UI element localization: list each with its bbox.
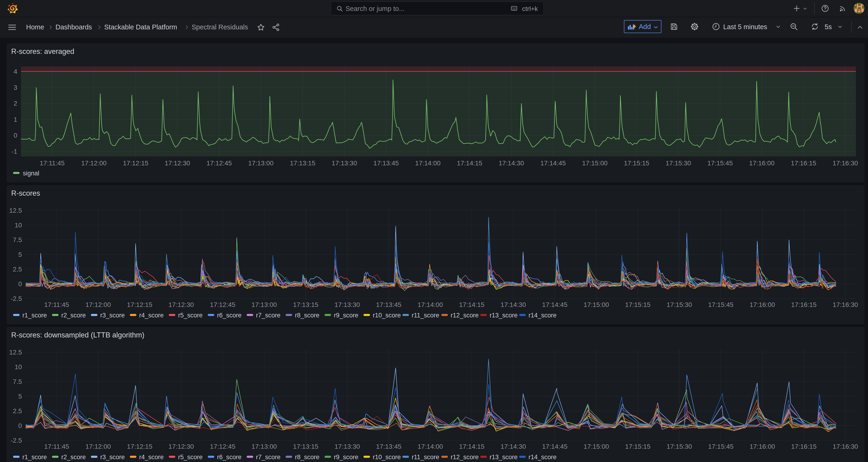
svg-text:17:12:45: 17:12:45 (206, 159, 232, 167)
svg-text:17:11:45: 17:11:45 (44, 301, 69, 308)
svg-text:17:12:00: 17:12:00 (86, 443, 111, 450)
svg-text:r10_score: r10_score (373, 312, 401, 319)
svg-text:r12_score: r12_score (451, 454, 479, 461)
svg-text:17:15:30: 17:15:30 (666, 301, 692, 308)
svg-text:17:13:00: 17:13:00 (248, 159, 274, 167)
svg-text:10: 10 (15, 363, 22, 371)
svg-text:r14_score: r14_score (529, 454, 557, 461)
svg-text:17:14:45: 17:14:45 (540, 159, 566, 167)
svg-text:r7_score: r7_score (256, 454, 280, 461)
svg-text:r3_score: r3_score (100, 454, 125, 461)
svg-text:17:14:00: 17:14:00 (417, 301, 443, 308)
svg-text:r9_score: r9_score (334, 454, 358, 461)
svg-text:17:14:15: 17:14:15 (459, 443, 485, 450)
svg-text:r1_score: r1_score (22, 312, 47, 319)
svg-text:17:15:45: 17:15:45 (707, 159, 733, 167)
svg-text:17:15:30: 17:15:30 (666, 443, 692, 450)
svg-text:17:14:00: 17:14:00 (415, 159, 441, 167)
svg-text:17:12:30: 17:12:30 (164, 159, 190, 167)
svg-text:r8_score: r8_score (295, 312, 319, 319)
svg-text:17:15:00: 17:15:00 (582, 159, 608, 167)
svg-text:r2_score: r2_score (61, 312, 86, 319)
svg-text:17:13:45: 17:13:45 (376, 443, 401, 450)
svg-text:r6_score: r6_score (217, 454, 242, 461)
svg-text:3: 3 (13, 84, 17, 91)
svg-text:signal: signal (23, 170, 39, 177)
svg-text:r5_score: r5_score (178, 454, 203, 461)
svg-text:17:16:15: 17:16:15 (791, 301, 816, 308)
svg-text:17:16:00: 17:16:00 (750, 443, 775, 450)
svg-text:17:15:00: 17:15:00 (584, 443, 609, 450)
svg-text:17:16:30: 17:16:30 (833, 301, 858, 308)
svg-text:17:14:30: 17:14:30 (499, 159, 524, 167)
svg-text:r13_score: r13_score (490, 454, 518, 461)
svg-text:17:12:15: 17:12:15 (127, 443, 153, 450)
svg-text:17:15:15: 17:15:15 (624, 159, 649, 167)
svg-text:17:13:00: 17:13:00 (252, 443, 277, 450)
svg-text:17:12:15: 17:12:15 (127, 301, 153, 308)
svg-text:17:16:30: 17:16:30 (833, 159, 858, 167)
svg-text:17:14:00: 17:14:00 (417, 443, 443, 450)
svg-text:r12_score: r12_score (451, 312, 479, 319)
svg-text:5: 5 (18, 251, 22, 258)
svg-text:R-scores: downsampled (LTTB al: R-scores: downsampled (LTTB algorithm) (11, 331, 144, 339)
svg-text:17:11:45: 17:11:45 (44, 443, 69, 450)
svg-text:2.5: 2.5 (13, 266, 22, 273)
svg-text:10: 10 (15, 221, 22, 229)
svg-text:17:12:45: 17:12:45 (210, 301, 236, 308)
svg-text:17:13:15: 17:13:15 (293, 443, 318, 450)
svg-text:0: 0 (18, 422, 22, 429)
svg-text:r1_score: r1_score (22, 454, 47, 461)
svg-text:17:14:15: 17:14:15 (459, 301, 485, 308)
svg-text:1: 1 (13, 116, 17, 123)
svg-text:4: 4 (13, 68, 17, 75)
svg-text:17:16:00: 17:16:00 (750, 301, 775, 308)
svg-text:17:13:00: 17:13:00 (252, 301, 277, 308)
svg-text:17:12:00: 17:12:00 (81, 159, 106, 167)
svg-text:17:14:15: 17:14:15 (457, 159, 483, 167)
svg-text:17:15:00: 17:15:00 (584, 301, 609, 308)
svg-text:r8_score: r8_score (295, 454, 319, 461)
svg-text:r11_score: r11_score (412, 312, 439, 319)
svg-text:17:16:30: 17:16:30 (833, 443, 858, 450)
svg-text:17:13:15: 17:13:15 (290, 159, 315, 167)
svg-text:r6_score: r6_score (217, 312, 242, 319)
svg-text:r7_score: r7_score (256, 312, 280, 319)
svg-text:0: 0 (18, 280, 22, 287)
svg-text:17:11:45: 17:11:45 (40, 159, 65, 167)
svg-text:17:12:45: 17:12:45 (210, 443, 236, 450)
svg-text:17:13:30: 17:13:30 (332, 159, 357, 167)
svg-text:12.5: 12.5 (9, 349, 22, 356)
svg-text:r5_score: r5_score (178, 312, 203, 319)
svg-text:17:13:15: 17:13:15 (293, 301, 318, 308)
svg-text:r11_score: r11_score (412, 454, 439, 461)
svg-text:R-scores: averaged: R-scores: averaged (11, 47, 74, 56)
svg-text:2: 2 (13, 100, 17, 107)
svg-text:-1: -1 (11, 148, 17, 155)
svg-text:17:13:45: 17:13:45 (376, 301, 401, 308)
svg-text:7.5: 7.5 (13, 378, 22, 385)
svg-text:17:13:45: 17:13:45 (373, 159, 399, 167)
svg-text:7.5: 7.5 (13, 236, 22, 244)
svg-text:17:16:00: 17:16:00 (749, 159, 775, 167)
svg-text:17:12:15: 17:12:15 (123, 159, 148, 167)
svg-text:-2.5: -2.5 (11, 295, 22, 302)
svg-text:r14_score: r14_score (529, 312, 557, 319)
svg-text:17:16:15: 17:16:15 (791, 159, 816, 167)
svg-text:12.5: 12.5 (9, 207, 22, 214)
svg-text:17:12:30: 17:12:30 (168, 301, 194, 308)
svg-text:17:12:00: 17:12:00 (86, 301, 111, 308)
svg-text:0: 0 (13, 132, 17, 139)
svg-text:r2_score: r2_score (61, 454, 86, 461)
svg-text:17:14:45: 17:14:45 (542, 443, 567, 450)
svg-text:r9_score: r9_score (334, 312, 358, 319)
svg-text:17:13:30: 17:13:30 (335, 443, 360, 450)
svg-text:r13_score: r13_score (490, 312, 518, 319)
svg-text:17:15:15: 17:15:15 (625, 301, 650, 308)
svg-text:17:15:30: 17:15:30 (665, 159, 691, 167)
svg-text:17:14:45: 17:14:45 (542, 301, 567, 308)
svg-text:5: 5 (18, 393, 22, 400)
svg-text:R-scores: R-scores (11, 189, 40, 197)
svg-text:2.5: 2.5 (13, 407, 22, 415)
svg-text:r4_score: r4_score (139, 312, 164, 319)
